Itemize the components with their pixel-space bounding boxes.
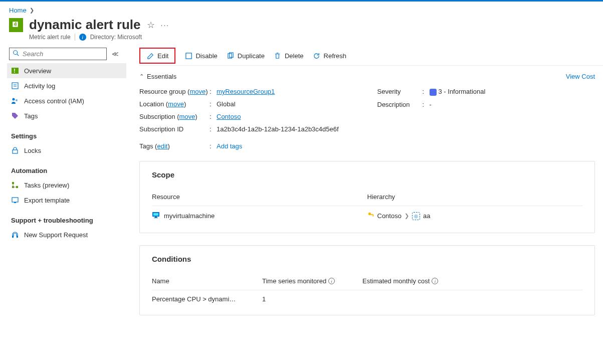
svg-rect-20 [186,53,191,58]
subscription-link[interactable]: Contoso [217,113,241,120]
subscription-id-value: 1a2b3c4d-1a2b-12ab-1234-1a2b3c4d5e6f [217,125,339,133]
add-tags-link[interactable]: Add tags [217,142,242,150]
refresh-button[interactable]: Refresh [313,52,347,60]
svg-point-8 [13,98,15,101]
edit-button[interactable]: Edit [139,48,175,64]
tags-icon [11,112,19,120]
disable-icon [184,52,192,60]
sidebar-item-label: Tags [24,112,38,120]
tags-edit-link[interactable]: edit [157,142,167,150]
more-menu-icon[interactable]: ··· [161,21,170,29]
trash-icon [274,52,282,60]
page-subtitle: Metric alert rule i Directory: Microsoft [0,33,603,46]
svg-line-2 [17,54,19,56]
resource-group-link[interactable]: myResourceGroup1 [217,88,275,95]
breadcrumb-home[interactable]: Home [9,7,27,14]
svg-rect-25 [155,217,157,218]
scope-card: Scope Resource Hierarchy myvirtualmachin… [139,161,595,233]
sidebar-item-label: Access control (IAM) [24,97,84,105]
sidebar-item-activity-log[interactable]: Activity log [7,78,126,93]
condition-name: Percentage CPU > dynami… [152,295,262,303]
resource-group-icon: ◎ [412,212,420,220]
svg-rect-29 [372,215,373,217]
sidebar-item-export-template[interactable]: Export template [7,193,126,208]
copy-icon [227,52,235,60]
collapse-sidebar-icon[interactable]: ≪ [112,50,119,58]
svg-rect-26 [154,218,158,218]
svg-rect-28 [370,214,373,215]
support-icon [11,231,19,239]
pencil-icon [146,52,154,60]
svg-rect-10 [13,150,18,153]
sidebar-section-automation: Automation [9,158,129,177]
delete-button[interactable]: Delete [274,52,304,60]
toolbar: Edit Disable Duplicate Delete [139,46,603,66]
view-cost-link[interactable]: View Cost [566,73,595,80]
overview-icon: ! [11,67,19,75]
toolbar-label: Delete [285,52,304,60]
info-icon[interactable]: i [328,278,335,284]
hierarchy-sub: Contoso [377,212,401,220]
resource-group-label: Resource group [139,88,186,95]
sidebar-item-label: Activity log [24,82,55,90]
severity-badge-icon [430,89,437,96]
svg-rect-11 [12,182,14,184]
toolbar-label: Duplicate [238,52,265,60]
refresh-icon [313,52,321,60]
tags-label: Tags [139,142,153,150]
access-control-icon [11,97,19,105]
sidebar-section-support: Support + troubleshooting [9,208,129,227]
sidebar-item-tags[interactable]: Tags [7,108,126,123]
chevron-up-icon: ⌃ [139,73,144,80]
resource-group-move-link[interactable]: move [189,88,206,95]
sidebar-item-label: New Support Request [24,231,88,239]
disable-button[interactable]: Disable [184,52,217,60]
sidebar-item-tasks[interactable]: Tasks (preview) [7,177,126,193]
essentials-toggle[interactable]: ⌃ Essentials [139,73,176,80]
directory-label: Directory: Microsoft [90,34,142,41]
main-content: Edit Disable Duplicate Delete [129,46,603,327]
toolbar-label: Edit [157,52,168,60]
scope-title: Scope [152,170,582,179]
subscription-label: Subscription [139,113,175,120]
svg-point-1 [14,51,18,55]
toolbar-label: Refresh [324,52,347,60]
info-icon: i [79,34,86,41]
search-input[interactable] [23,50,103,58]
svg-point-9 [16,99,18,101]
sidebar-item-locks[interactable]: Locks [7,143,126,158]
sidebar-item-new-support[interactable]: New Support Request [7,227,126,242]
svg-rect-5 [12,83,18,89]
key-icon [367,212,374,220]
subscription-move-link[interactable]: move [179,113,195,120]
svg-rect-17 [14,202,16,203]
condition-cost [362,295,582,303]
chevron-right-icon: ❯ [30,7,34,14]
page-title: dynamic alert rule [29,17,141,33]
chevron-right-icon: ❯ [405,213,409,219]
conditions-card: Conditions Name Time series monitored i … [139,245,595,315]
scope-row: myvirtualmachine Contoso ❯ ◎ aa [152,206,582,230]
svg-rect-16 [12,198,18,202]
export-template-icon [11,196,19,204]
sidebar-item-overview[interactable]: ! Overview [7,63,126,78]
sidebar-search[interactable] [9,48,107,60]
sidebar: ≪ ! Overview Activity log Access control… [0,46,129,327]
location-move-link[interactable]: move [168,100,184,108]
favorite-star-icon[interactable]: ☆ [147,20,155,31]
svg-text:!: ! [14,68,16,74]
duplicate-button[interactable]: Duplicate [227,52,265,60]
breadcrumb: Home ❯ [0,2,603,16]
scope-col-resource: Resource [152,193,367,201]
sidebar-item-label: Tasks (preview) [24,181,69,189]
description-value: - [430,101,432,108]
subscription-id-label: Subscription ID [139,125,210,133]
resource-type-label: Metric alert rule [29,34,71,41]
svg-rect-18 [12,236,14,238]
scope-col-hierarchy: Hierarchy [367,193,583,201]
info-icon[interactable]: i [432,278,438,284]
sidebar-item-access-control[interactable]: Access control (IAM) [7,93,126,108]
activity-log-icon [11,82,19,90]
sidebar-section-settings: Settings [9,123,129,143]
svg-text:!: ! [15,21,17,27]
